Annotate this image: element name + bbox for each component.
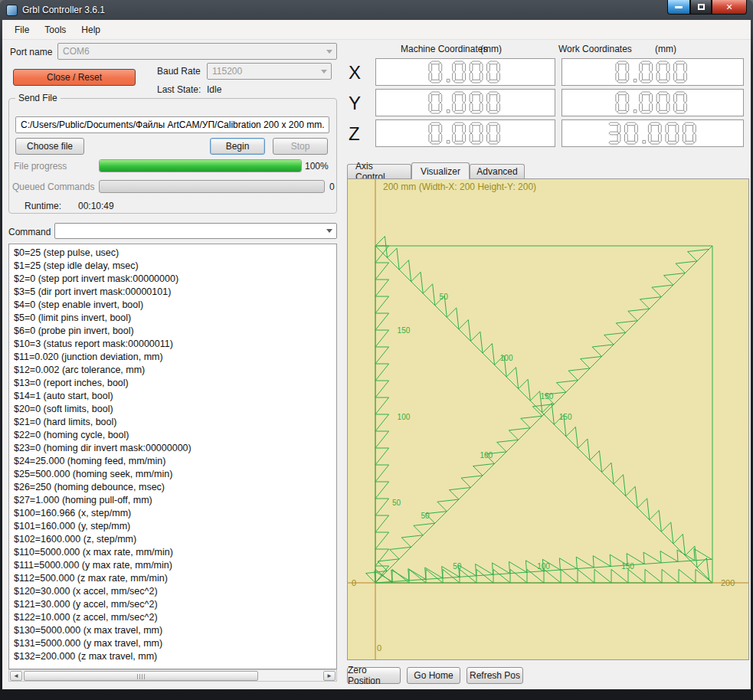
console-line: $121=30.000 (y accel, mm/sec^2)	[14, 598, 332, 611]
port-name-label: Port name	[10, 47, 52, 57]
maximize-button[interactable]	[690, 0, 712, 15]
tick-label: 150	[621, 562, 634, 571]
menu-tools[interactable]: Tools	[37, 21, 74, 39]
baud-rate-value: 115200	[212, 66, 317, 77]
x-axis-end-label: 200	[721, 578, 735, 587]
visualizer-panel[interactable]: 50100150501001505010015050100150 200 mm …	[347, 178, 749, 660]
file-path-input[interactable]	[15, 116, 329, 133]
console-line: $13=0 (report inches, bool)	[14, 377, 332, 390]
choose-file-button[interactable]: Choose file	[15, 138, 84, 155]
y-axis-origin-label: 0	[377, 643, 381, 653]
client-area: File Tools Help Port name COM6 Close / R…	[2, 20, 751, 689]
titlebar[interactable]: Grbl Controller 3.6.1 ✕	[0, 0, 753, 20]
command-input[interactable]	[55, 224, 322, 238]
window-controls: ✕	[667, 0, 747, 15]
port-select[interactable]: COM6	[57, 43, 337, 60]
console-line: $5=0 (limit pins invert, bool)	[14, 312, 332, 325]
work-x-display	[561, 58, 744, 86]
console-line: $6=0 (probe pin invert, bool)	[14, 325, 332, 338]
baud-rate-select[interactable]: 115200	[207, 63, 332, 80]
maximize-icon	[698, 4, 705, 10]
console-line: $12=0.002 (arc tolerance, mm)	[14, 364, 332, 377]
axis-x-label: X	[349, 62, 361, 83]
tick-label: 50	[392, 499, 401, 507]
work-coordinates-unit: (mm)	[655, 44, 676, 54]
console-line: $112=500.000 (z max rate, mm/min)	[14, 572, 332, 585]
close-reset-button[interactable]: Close / Reset	[13, 69, 136, 86]
menu-bar: File Tools Help	[2, 20, 751, 40]
command-label: Command	[8, 227, 51, 237]
console-output[interactable]: $0=25 (step pulse, usec)$1=25 (step idle…	[8, 244, 337, 669]
tick-label: 50	[453, 562, 462, 571]
window-title: Grbl Controller 3.6.1	[22, 5, 105, 15]
close-button[interactable]: ✕	[712, 0, 747, 15]
machine-coordinates-unit: (mm)	[480, 44, 502, 54]
menu-file[interactable]: File	[7, 21, 37, 39]
file-progress-label: File progress	[14, 161, 67, 172]
send-file-group-title: Send File	[15, 93, 61, 103]
queued-commands-value: 0	[329, 182, 335, 192]
console-line: $122=10.000 (z accel, mm/sec^2)	[14, 611, 332, 624]
file-progress-bar	[99, 159, 302, 172]
visualizer-dimensions-label: 200 mm (Width-X: 200 Height-Y: 200)	[383, 182, 536, 192]
tick-label: 50	[440, 293, 449, 301]
tick-label: 100	[480, 451, 493, 460]
console-line: $111=5000.000 (y max rate, mm/min)	[14, 559, 332, 572]
tab-advanced[interactable]: Advanced	[470, 164, 525, 178]
go-home-button[interactable]: Go Home	[407, 667, 460, 684]
console-line: $102=1600.000 (z, step/mm)	[14, 533, 332, 546]
queued-commands-bar	[99, 180, 325, 193]
send-file-group: Send File Choose file Begin Stop File pr…	[8, 98, 337, 214]
console-hscrollbar[interactable]: ◄ ►	[8, 669, 337, 682]
x-axis-origin-label: 0	[352, 578, 356, 587]
port-select-value: COM6	[63, 46, 322, 57]
file-progress-fill	[100, 160, 301, 172]
machine-z-display	[375, 119, 555, 147]
toolpath-canvas: 50100150501001505010015050100150 200 mm …	[348, 179, 748, 659]
tab-visualizer[interactable]: Visualizer	[411, 162, 470, 179]
console-line: $110=5000.000 (x max rate, mm/min)	[14, 546, 332, 559]
menu-help[interactable]: Help	[74, 21, 108, 39]
command-combobox[interactable]	[54, 223, 337, 239]
minimize-button[interactable]	[667, 0, 690, 15]
console-line: $131=5000.000 (y max travel, mm)	[14, 637, 332, 650]
stop-button[interactable]: Stop	[273, 138, 328, 155]
scroll-left-button[interactable]: ◄	[10, 671, 22, 681]
console-line: $101=160.000 (y, step/mm)	[14, 520, 332, 533]
console-line: $132=200.000 (z max travel, mm)	[14, 650, 332, 663]
runtime-label: Runtime:	[25, 201, 61, 211]
machine-x-display	[375, 58, 555, 86]
close-icon: ✕	[725, 2, 732, 12]
minimize-icon	[675, 6, 683, 8]
machine-y-display	[375, 89, 555, 116]
tick-label: 150	[559, 413, 572, 421]
tick-label: 100	[537, 562, 550, 571]
baud-rate-label: Baud Rate	[157, 66, 201, 77]
tab-axis-control[interactable]: Axis Control	[347, 164, 411, 178]
machine-coordinates-header: Machine Coordinates	[401, 44, 487, 54]
toolpath-pattern	[366, 237, 712, 583]
console-line: $130=5000.000 (x max travel, mm)	[14, 624, 332, 637]
console-line: $23=0 (homing dir invert mask:00000000)	[14, 442, 332, 455]
console-line: $2=0 (step port invert mask:00000000)	[14, 273, 332, 286]
console-line: $22=0 (homing cycle, bool)	[14, 429, 332, 442]
app-window: Grbl Controller 3.6.1 ✕ File Tools Help …	[0, 0, 753, 700]
console-line: $1=25 (step idle delay, msec)	[14, 260, 332, 273]
app-icon	[6, 5, 18, 16]
command-arrow-icon	[322, 224, 336, 238]
console-line: $4=0 (step enable invert, bool)	[14, 299, 332, 312]
scroll-right-button[interactable]: ►	[323, 671, 336, 681]
console-line: $27=1.000 (homing pull-off, mm)	[14, 494, 332, 507]
scrollbar-thumb[interactable]	[24, 671, 258, 681]
tick-label: 50	[421, 512, 430, 520]
begin-button[interactable]: Begin	[210, 138, 265, 155]
zero-position-button[interactable]: Zero Position	[347, 667, 401, 684]
last-state-value: Idle	[207, 84, 221, 95]
refresh-pos-button[interactable]: Refresh Pos	[467, 667, 523, 684]
console-line: $10=3 (status report mask:00000011)	[14, 338, 332, 351]
tick-label: 100	[500, 354, 513, 362]
console-line: $100=160.966 (x, step/mm)	[14, 507, 332, 520]
port-select-arrow-icon	[322, 44, 336, 59]
last-state-label: Last State:	[157, 84, 201, 95]
console-line: $21=0 (hard limits, bool)	[14, 416, 332, 429]
